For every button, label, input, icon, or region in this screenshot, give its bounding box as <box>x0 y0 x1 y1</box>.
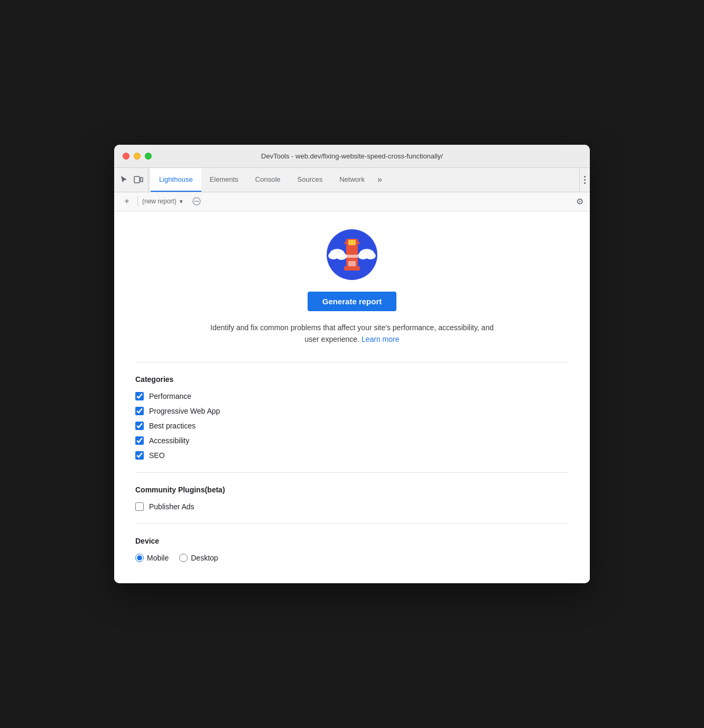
category-seo[interactable]: SEO <box>135 451 569 460</box>
tab-console[interactable]: Console <box>247 168 289 192</box>
accessibility-checkbox[interactable] <box>135 436 144 445</box>
categories-title: Categories <box>135 375 569 384</box>
mobile-radio[interactable] <box>135 554 144 562</box>
category-accessibility[interactable]: Accessibility <box>135 436 569 445</box>
device-list: Mobile Desktop <box>135 554 569 562</box>
tab-bar-icons <box>118 168 149 192</box>
svg-rect-0 <box>134 176 140 183</box>
traffic-lights <box>123 153 152 160</box>
delete-report-button[interactable] <box>190 195 203 208</box>
category-performance[interactable]: Performance <box>135 392 569 400</box>
device-toggle-icon[interactable] <box>133 174 144 185</box>
dropdown-arrow-icon: ▼ <box>179 199 184 204</box>
tab-sources[interactable]: Sources <box>289 168 331 192</box>
pwa-checkbox[interactable] <box>135 407 144 415</box>
tab-bar: Lighthouse Elements Console Sources Netw… <box>114 168 590 192</box>
svg-point-16 <box>365 252 376 259</box>
tab-elements[interactable]: Elements <box>201 168 247 192</box>
svg-rect-8 <box>346 255 358 258</box>
svg-rect-10 <box>348 261 356 266</box>
community-plugins-section: Community Plugins(beta) Publisher Ads <box>135 486 569 511</box>
svg-point-13 <box>336 253 347 260</box>
close-button[interactable] <box>123 153 129 160</box>
plugins-list: Publisher Ads <box>135 502 569 511</box>
svg-rect-1 <box>141 178 143 182</box>
categories-section: Categories Performance Progressive Web A… <box>135 375 569 460</box>
maximize-button[interactable] <box>145 153 152 160</box>
device-section: Device Mobile Desktop <box>135 537 569 562</box>
description-text: Identify and fix common problems that af… <box>204 322 500 346</box>
community-plugins-title: Community Plugins(beta) <box>135 486 569 494</box>
tab-list: Lighthouse Elements Console Sources Netw… <box>151 168 577 192</box>
add-report-button[interactable]: + <box>121 195 133 208</box>
seo-checkbox[interactable] <box>135 451 144 460</box>
settings-button[interactable]: ⚙ <box>576 197 583 207</box>
window-title: DevTools - web.dev/fixing-website-speed-… <box>261 152 443 160</box>
device-divider <box>135 524 569 524</box>
svg-rect-7 <box>348 240 356 245</box>
toolbar-divider <box>137 196 138 207</box>
more-tabs-button[interactable]: » <box>373 168 386 192</box>
generate-report-button[interactable]: Generate report <box>308 292 397 311</box>
plugin-publisher-ads[interactable]: Publisher Ads <box>135 502 569 511</box>
tab-lighthouse[interactable]: Lighthouse <box>151 168 201 192</box>
main-content: Generate report Identify and fix common … <box>114 211 590 584</box>
plugins-divider <box>135 472 569 473</box>
svg-rect-9 <box>344 266 360 270</box>
lighthouse-logo <box>326 228 378 281</box>
publisher-ads-checkbox[interactable] <box>135 502 144 511</box>
cursor-icon[interactable] <box>118 174 129 185</box>
tab-bar-right <box>579 168 586 192</box>
categories-divider <box>135 362 569 362</box>
device-mobile[interactable]: Mobile <box>135 554 169 562</box>
hero-section: Generate report Identify and fix common … <box>135 228 569 346</box>
device-desktop[interactable]: Desktop <box>179 554 218 562</box>
device-title: Device <box>135 537 569 545</box>
report-selector[interactable]: (new report) ▼ <box>142 198 184 205</box>
learn-more-link[interactable]: Learn more <box>362 335 400 343</box>
category-best-practices[interactable]: Best practices <box>135 422 569 430</box>
tab-network[interactable]: Network <box>331 168 373 192</box>
best-practices-checkbox[interactable] <box>135 422 144 430</box>
performance-checkbox[interactable] <box>135 392 144 400</box>
category-pwa[interactable]: Progressive Web App <box>135 407 569 415</box>
devtools-window: DevTools - web.dev/fixing-website-speed-… <box>114 145 590 584</box>
toolbar: + (new report) ▼ ⚙ <box>114 192 590 211</box>
title-bar: DevTools - web.dev/fixing-website-speed-… <box>114 145 590 168</box>
categories-list: Performance Progressive Web App Best pra… <box>135 392 569 460</box>
report-selector-label: (new report) <box>142 198 177 205</box>
desktop-radio[interactable] <box>179 554 188 562</box>
more-options-icon[interactable] <box>584 176 586 184</box>
minimize-button[interactable] <box>134 153 141 160</box>
